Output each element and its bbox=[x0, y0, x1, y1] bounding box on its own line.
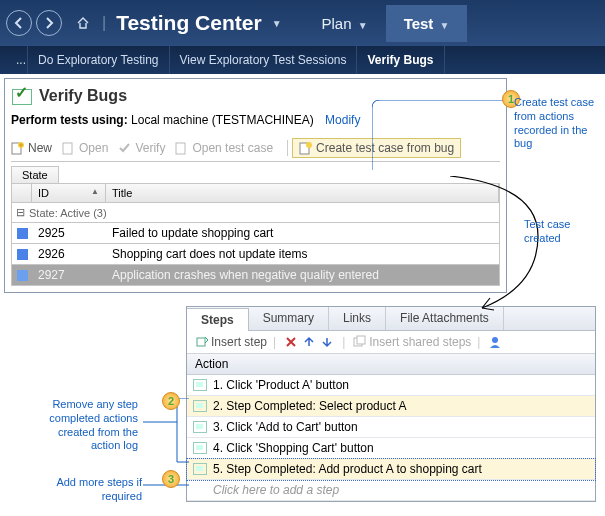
callout-text-1: Create test case from actions recorded i… bbox=[514, 96, 600, 151]
callout-text-3: Add more steps if required bbox=[46, 476, 142, 504]
svg-rect-2 bbox=[63, 143, 72, 154]
arrow-curve-icon bbox=[448, 176, 558, 316]
title-bar: | Testing Center ▼ Plan ▼ Test ▼ bbox=[0, 0, 605, 46]
back-button[interactable] bbox=[6, 10, 32, 36]
step-row[interactable]: 4. Click 'Shopping Cart' button bbox=[187, 438, 595, 459]
verify-icon-btn bbox=[118, 141, 132, 155]
home-icon bbox=[76, 16, 90, 30]
move-up-icon[interactable] bbox=[302, 335, 316, 349]
tab-links[interactable]: Links bbox=[329, 307, 386, 330]
step-row[interactable]: 3. Click 'Add to Cart' button bbox=[187, 417, 595, 438]
step-row[interactable]: 2. Step Completed: Select product A bbox=[187, 396, 595, 417]
callout-badge-2: 2 bbox=[162, 392, 180, 410]
new-button[interactable]: New bbox=[11, 141, 52, 155]
sub-nav: ... Do Exploratory Testing View Explorat… bbox=[0, 46, 605, 74]
app-title: Testing Center bbox=[116, 11, 261, 35]
step-icon bbox=[193, 400, 207, 412]
table-row[interactable]: 2926 Shopping cart does not update items bbox=[11, 244, 500, 265]
new-icon bbox=[11, 141, 25, 155]
open-icon bbox=[62, 141, 76, 155]
step-icon bbox=[193, 463, 207, 475]
add-step-placeholder[interactable]: Click here to add a step bbox=[187, 480, 595, 501]
modify-link[interactable]: Modify bbox=[325, 113, 360, 127]
bug-glyph-icon bbox=[17, 270, 28, 281]
steps-panel: Steps Summary Links File Attachments Ins… bbox=[186, 306, 596, 502]
tab-steps[interactable]: Steps bbox=[187, 308, 249, 331]
insert-shared-steps-button[interactable]: Insert shared steps bbox=[369, 335, 471, 349]
step-icon bbox=[193, 421, 207, 433]
step-icon bbox=[193, 379, 207, 391]
col-id[interactable]: ID▲ bbox=[32, 184, 106, 202]
bug-glyph-icon bbox=[17, 228, 28, 239]
verify-icon bbox=[11, 85, 33, 107]
tab-summary[interactable]: Summary bbox=[249, 307, 329, 330]
perform-value: Local machine (TESTMACHINEA) bbox=[131, 113, 314, 127]
bug-glyph-icon bbox=[17, 249, 28, 260]
group-row[interactable]: ⊟ State: Active (3) bbox=[11, 203, 500, 223]
insert-step-button[interactable]: Insert step bbox=[211, 335, 267, 349]
arrow-right-icon bbox=[42, 16, 56, 30]
svg-rect-3 bbox=[176, 143, 185, 154]
col-title[interactable]: Title bbox=[106, 184, 499, 202]
steps-toolbar: Insert step | | Insert shared steps | bbox=[187, 331, 595, 354]
forward-button[interactable] bbox=[36, 10, 62, 36]
delete-icon[interactable] bbox=[284, 335, 298, 349]
step-row-selected[interactable]: 5. Step Completed: Add product A to shop… bbox=[187, 459, 595, 480]
subnav-sessions[interactable]: View Exploratory Test Sessions bbox=[170, 46, 358, 74]
svg-point-9 bbox=[492, 337, 498, 343]
bug-icon bbox=[299, 141, 313, 155]
table-row-selected[interactable]: 2927 Application crashes when negative q… bbox=[11, 265, 500, 286]
subnav-verify-bugs[interactable]: Verify Bugs bbox=[357, 46, 444, 74]
open-button[interactable]: Open bbox=[62, 141, 108, 155]
open-test-case-button[interactable]: Open test case bbox=[175, 141, 273, 155]
step-icon bbox=[193, 442, 207, 454]
arrow-left-icon bbox=[12, 16, 26, 30]
sort-asc-icon: ▲ bbox=[91, 187, 99, 199]
callout-connector-icon bbox=[372, 100, 506, 170]
table-row[interactable]: 2925 Failed to update shopping cart bbox=[11, 223, 500, 244]
collapse-icon: ⊟ bbox=[16, 206, 25, 219]
person-icon[interactable] bbox=[488, 335, 502, 349]
svg-point-5 bbox=[306, 142, 312, 148]
subnav-exploratory[interactable]: Do Exploratory Testing bbox=[28, 46, 170, 74]
action-header: Action bbox=[187, 354, 595, 375]
tab-test[interactable]: Test ▼ bbox=[386, 5, 468, 42]
overflow-button[interactable]: ... bbox=[6, 46, 28, 74]
grid-header: ID▲ Title bbox=[11, 183, 500, 203]
svg-rect-6 bbox=[197, 338, 205, 346]
tab-plan[interactable]: Plan ▼ bbox=[304, 5, 386, 42]
insert-step-icon bbox=[195, 335, 209, 349]
page-title: Verify Bugs bbox=[39, 87, 127, 105]
callout-text-1a: Test case created bbox=[524, 218, 605, 246]
shared-steps-icon bbox=[353, 335, 367, 349]
callout-badge-3: 3 bbox=[162, 470, 180, 488]
svg-rect-8 bbox=[357, 336, 365, 344]
move-down-icon[interactable] bbox=[320, 335, 334, 349]
perform-label: Perform tests using: bbox=[11, 113, 128, 127]
callout-text-2: Remove any step completed actions create… bbox=[28, 398, 138, 453]
dropdown-icon[interactable]: ▼ bbox=[272, 18, 282, 29]
open-test-case-icon bbox=[175, 141, 189, 155]
home-button[interactable] bbox=[70, 10, 96, 36]
step-row[interactable]: 1. Click 'Product A' button bbox=[187, 375, 595, 396]
state-filter[interactable]: State bbox=[11, 166, 59, 183]
verify-button[interactable]: Verify bbox=[118, 141, 165, 155]
